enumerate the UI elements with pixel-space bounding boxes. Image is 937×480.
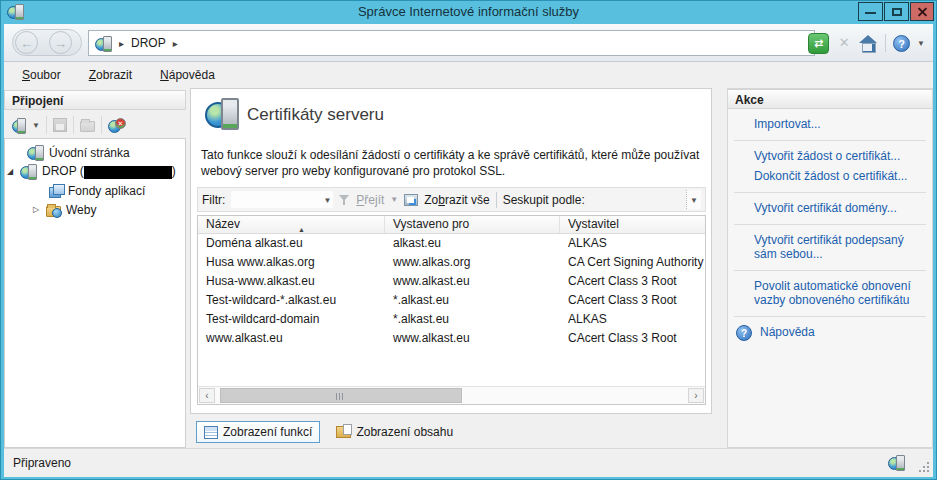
filter-input[interactable]: ▼ <box>231 191 333 208</box>
action-enable-automatic-rebind[interactable]: Povolit automatické obnovení vazby obnov… <box>754 276 926 310</box>
home-icon[interactable] <box>859 35 878 52</box>
resize-grip[interactable] <box>918 461 930 473</box>
application-pools-icon <box>49 184 63 197</box>
filter-toolbar: Filtr: ▼ Přejít ▼ Zobrazit vše Seskupit … <box>197 187 706 212</box>
actions-group: Povolit automatické obnovení vazby obnov… <box>734 271 926 317</box>
table-row[interactable]: Husa-www.alkast.eu www.alkast.eu CAcert … <box>198 272 705 291</box>
features-view-icon <box>204 426 218 439</box>
action-help[interactable]: Nápověda <box>760 322 926 342</box>
minimize-icon <box>865 12 876 14</box>
action-complete-certificate-request[interactable]: Dokončit žádost o certifikát... <box>754 166 926 186</box>
table-row[interactable]: Doména alkast.eu alkast.eu ALKAS <box>198 234 705 253</box>
action-create-domain-certificate[interactable]: Vytvořit certifikát domény... <box>754 198 926 218</box>
sort-ascending-icon: ▲ <box>298 221 305 238</box>
scroll-left-icon[interactable]: ‹ <box>199 388 215 403</box>
address-bar: ← → ▸ DROP ▸ ⇄ ✕ ? ▼ <box>4 24 933 62</box>
window-title: Správce Internetové informační služby <box>0 0 937 24</box>
title-bar[interactable]: Správce Internetové informační služby <box>0 0 937 24</box>
expand-expander-icon[interactable]: ▷ <box>31 205 41 214</box>
group-by-caret-icon[interactable]: ▼ <box>690 196 698 205</box>
redacted-server-name <box>84 166 172 179</box>
show-all-icon[interactable] <box>404 194 418 206</box>
filter-caret-icon[interactable]: ▼ <box>323 196 331 205</box>
menu-bar: Soubor Zobrazit Nápověda <box>4 62 933 88</box>
content-view-icon <box>336 426 351 438</box>
go-caret-icon: ▼ <box>390 195 398 204</box>
actions-group: Vytvořit certifikát domény... <box>734 193 926 225</box>
actions-panel: Akce Importovat... Vytvořit žádost o cer… <box>727 88 933 448</box>
address-toolbar: ⇄ ✕ ? ▼ <box>808 31 925 55</box>
action-create-certificate-request[interactable]: Vytvořit žádost o certifikát... <box>754 146 926 166</box>
help-icon[interactable]: ? <box>893 35 910 52</box>
menu-napoveda[interactable]: Nápověda <box>160 68 215 82</box>
horizontal-scrollbar[interactable]: ‹ › <box>198 386 705 404</box>
create-connection-caret-icon[interactable]: ▼ <box>32 121 40 130</box>
up-folder-icon <box>80 121 95 132</box>
create-connection-icon[interactable] <box>12 118 26 133</box>
actions-group: ? Nápověda <box>734 317 926 348</box>
group-by-label: Seskupit podle: <box>503 193 585 207</box>
tree-item-server[interactable]: ◢ DROP () <box>5 162 185 181</box>
tab-content-view[interactable]: Zobrazení obsahu <box>328 421 461 443</box>
server-certificates-icon <box>205 98 239 128</box>
actions-group: Importovat... <box>734 109 926 141</box>
feature-description: Tato funkce slouží k odesílání žádostí o… <box>201 147 705 179</box>
tree-item-start-page[interactable]: Úvodní stránka <box>5 143 185 162</box>
connections-tree: Úvodní stránka ◢ DROP () Fondy aplikací … <box>4 138 186 448</box>
server-certificates-panel: Certifikáty serveru Tato funkce slouží k… <box>190 88 712 414</box>
server-icon <box>95 36 112 51</box>
sites-folder-icon <box>46 206 61 217</box>
tab-features-view[interactable]: Zobrazení funkcí <box>196 421 320 443</box>
chevron-right-icon[interactable]: ▸ <box>173 38 178 49</box>
nav-buttons: ← → <box>12 29 82 56</box>
table-row[interactable]: www.alkast.eu www.alkast.eu CAcert Class… <box>198 329 705 348</box>
column-header-name[interactable]: Název▲ <box>198 216 385 233</box>
actions-group: Vytvořit certifikát podepsaný sám sebou.… <box>734 225 926 271</box>
filter-label: Filtr: <box>202 193 225 207</box>
group-by-dropdown[interactable]: ▼ <box>686 190 701 209</box>
close-button[interactable] <box>910 2 934 21</box>
scrollbar-thumb[interactable] <box>220 388 462 403</box>
table-row[interactable]: Test-wildcard-*.alkast.eu *.alkast.eu CA… <box>198 291 705 310</box>
maximize-icon <box>892 8 902 16</box>
breadcrumb-server[interactable]: DROP <box>131 36 166 50</box>
action-import[interactable]: Importovat... <box>754 114 926 134</box>
tree-item-sites[interactable]: ▷ Weby <box>5 200 185 219</box>
status-bar: Připraveno <box>4 448 933 477</box>
help-icon: ? <box>736 325 752 341</box>
table-row[interactable]: Husa www.alkas.org www.alkas.org CA Cert… <box>198 253 705 272</box>
go-funnel-icon <box>339 194 350 205</box>
connections-toolbar: ▼ <box>4 112 186 138</box>
tree-item-application-pools[interactable]: Fondy aplikací <box>5 181 185 200</box>
iis-manager-window: Správce Internetové informační služby ← … <box>0 0 937 480</box>
action-create-self-signed-certificate[interactable]: Vytvořit certifikát podepsaný sám sebou.… <box>754 230 926 264</box>
actions-group: Vytvořit žádost o certifikát... Dokončit… <box>734 141 926 193</box>
connections-header: Připojení <box>4 90 186 110</box>
menu-soubor[interactable]: Soubor <box>22 68 61 82</box>
actions-header: Akce <box>728 89 932 109</box>
status-text: Připraveno <box>13 456 71 470</box>
maximize-button[interactable] <box>884 2 909 21</box>
forward-button[interactable]: → <box>49 31 72 54</box>
delete-connection-icon[interactable] <box>108 118 122 133</box>
table-row[interactable]: Test-wildcard-domain *.alkast.eu ALKAS <box>198 310 705 329</box>
certificates-list: Název▲ Vystaveno pro Vystavitel Doména a… <box>197 215 706 405</box>
scroll-right-icon[interactable]: › <box>688 388 704 403</box>
table-header-row: Název▲ Vystaveno pro Vystavitel <box>198 216 705 234</box>
breadcrumb[interactable]: ▸ DROP ▸ <box>88 30 815 56</box>
go-button: Přejít <box>356 193 384 207</box>
refresh-icon[interactable]: ⇄ <box>808 33 829 54</box>
connections-panel: Připojení ▼ Úvodní stránka ◢ DROP () <box>4 90 187 448</box>
column-header-issued-by[interactable]: Vystavitel <box>560 216 705 233</box>
help-dropdown-caret-icon[interactable]: ▼ <box>917 39 925 48</box>
show-all-button[interactable]: Zobrazit vše <box>424 193 489 207</box>
column-header-issued-to[interactable]: Vystaveno pro <box>385 216 560 233</box>
minimize-button[interactable] <box>858 2 883 21</box>
menu-zobrazit[interactable]: Zobrazit <box>89 68 132 82</box>
back-button[interactable]: ← <box>15 31 38 54</box>
collapse-expander-icon[interactable]: ◢ <box>5 167 15 176</box>
status-iis-icon <box>888 455 905 470</box>
save-connection-icon <box>53 118 67 132</box>
start-page-icon <box>27 145 44 160</box>
chevron-right-icon[interactable]: ▸ <box>119 38 124 49</box>
